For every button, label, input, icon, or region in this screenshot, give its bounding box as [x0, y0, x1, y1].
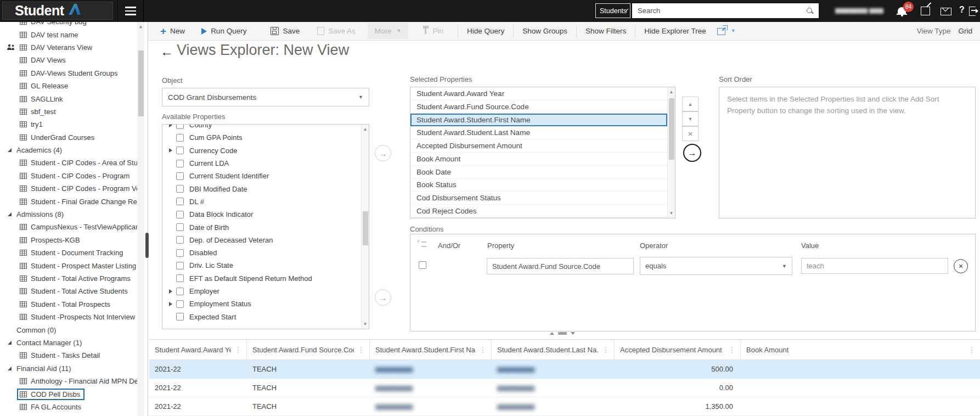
property-row[interactable]: Data Block Indicator	[162, 208, 361, 221]
property-row[interactable]: Employment Status	[162, 297, 361, 310]
selected-property-row[interactable]: Student Award.Award Year	[410, 87, 667, 100]
sidebar-item[interactable]: Anthology - Financial Aid MPN De	[0, 375, 137, 387]
sidebar-group-academics[interactable]: Academics (4)	[0, 144, 137, 156]
column-header[interactable]: Student Award.Student.First Na...⋮	[370, 340, 492, 359]
sidebar-scrollbar[interactable]: ▲	[137, 22, 144, 416]
checkbox[interactable]	[176, 211, 184, 218]
search-icon[interactable]	[807, 8, 812, 13]
sidebar-group-financial-aid[interactable]: Financial Aid (11)	[0, 362, 137, 375]
property-row[interactable]: Employer	[162, 285, 361, 297]
collapse-icon[interactable]	[8, 341, 12, 345]
selected-property-row[interactable]: Book Date	[410, 166, 667, 179]
checkbox[interactable]	[176, 236, 184, 244]
save-button[interactable]: Save	[271, 27, 300, 35]
condition-property-input[interactable]: Student Award.Fund Source.Code	[487, 258, 634, 274]
selected-property-row[interactable]: Student Award.Student.Last Name	[410, 126, 667, 139]
checkbox[interactable]	[176, 262, 184, 269]
property-row[interactable]: DBI Modified Date	[162, 182, 361, 195]
property-row[interactable]: Date of Birth	[162, 221, 361, 233]
show-groups-button[interactable]: Show Groups	[522, 27, 567, 35]
add-property-button[interactable]: →	[375, 145, 391, 161]
sidebar-item[interactable]: FA GL Accounts	[0, 401, 137, 413]
sidebar-item[interactable]: Student - Total Active Programs	[0, 272, 137, 285]
checkbox[interactable]	[176, 172, 184, 180]
show-filters-button[interactable]: Show Filters	[585, 27, 626, 35]
column-header[interactable]: Accepted Disbursement Amount⋮	[615, 340, 741, 359]
property-row[interactable]: Current Student Identifier	[162, 170, 361, 182]
scroll-up-icon[interactable]: ▲	[137, 25, 144, 29]
sidebar-group-contact-manager[interactable]: Contact Manager (1)	[0, 336, 137, 349]
scrollbar-thumb[interactable]	[669, 98, 674, 160]
property-row[interactable]: EFT as Default Stipend Return Method	[162, 272, 361, 285]
sidebar-item[interactable]: Student - Document Tracking	[0, 246, 137, 259]
sidebar-item[interactable]: Student - CIP Codes - Program	[0, 170, 137, 182]
sidebar-item[interactable]: Student - CIP Codes - Program Ve	[0, 182, 137, 195]
mail-icon[interactable]	[940, 8, 951, 15]
sidebar-item[interactable]: Prospects-KGB	[0, 234, 137, 246]
selected-property-row[interactable]: Accepted Disbursement Amount	[410, 139, 667, 153]
condition-operator-select[interactable]: equals ▼	[640, 257, 792, 275]
move-up-button[interactable]: ▲	[682, 97, 699, 111]
new-button[interactable]: + New	[160, 27, 185, 35]
property-row[interactable]: Current LDA	[162, 157, 361, 170]
checkbox[interactable]	[176, 185, 184, 193]
hide-query-button[interactable]: Hide Query	[467, 27, 504, 35]
list-scrollbar[interactable]: ▲ ▼	[361, 125, 369, 329]
sidebar-item[interactable]: DAV Views	[0, 54, 137, 66]
sidebar-item[interactable]: DAV-Views Student Groups	[0, 67, 137, 80]
column-header[interactable]: Student Award.Student.Last Na...⋮	[492, 340, 615, 359]
column-menu-icon[interactable]: ⋮	[728, 345, 736, 354]
checkbox[interactable]	[176, 198, 184, 205]
app-logo[interactable]: Student	[2, 2, 113, 20]
property-row[interactable]: Disabled	[162, 246, 361, 259]
checkbox[interactable]	[176, 223, 184, 231]
expand-icon[interactable]	[169, 302, 172, 306]
remove-condition-button[interactable]: ×	[954, 259, 968, 273]
scroll-down-icon[interactable]: ▼	[362, 322, 369, 327]
sidebar-item[interactable]: Student -Prospects Not Interview	[0, 311, 137, 323]
property-row[interactable]: County	[162, 124, 361, 131]
sidebar-item[interactable]: Student - Final Grade Change Rea	[0, 195, 137, 207]
help-icon[interactable]: ?	[959, 5, 965, 15]
sidebar-item[interactable]: try1	[0, 118, 137, 131]
splitter-handle[interactable]	[558, 332, 567, 335]
results-pane-splitter[interactable]	[550, 332, 575, 335]
collapse-icon[interactable]	[8, 148, 12, 152]
sidebar-group-common[interactable]: Common (0)	[0, 323, 137, 336]
checkbox[interactable]	[176, 300, 184, 308]
column-header[interactable]: Student Award.Award Year⋮	[149, 340, 247, 359]
scroll-up-icon[interactable]: ▲	[362, 127, 369, 132]
grid-row[interactable]: 2021-22 TEACH ▆▆▆▆▆▆▆▆▆ ▆▆▆▆▆▆▆▆▆ 1,350.…	[149, 397, 980, 416]
expand-icon[interactable]	[169, 148, 172, 153]
sort-order-panel[interactable]: Select items in the Selected Properties …	[719, 87, 976, 218]
collapse-icon[interactable]	[8, 212, 12, 216]
hide-explorer-tree-button[interactable]: Hide Explorer Tree	[644, 27, 706, 35]
sidebar-group-admissions[interactable]: Admissions (8)	[0, 208, 137, 221]
run-query-button[interactable]: Run Query	[201, 27, 246, 35]
scrollbar-thumb[interactable]	[138, 50, 144, 116]
add-sort-property-button[interactable]: →	[683, 144, 701, 162]
column-header[interactable]: Book Amount⋮	[741, 340, 980, 359]
add-condition-button[interactable]: →	[375, 289, 391, 306]
sidebar-splitter-handle[interactable]	[145, 233, 149, 258]
property-row[interactable]: Cum GPA Points	[162, 131, 361, 144]
property-row[interactable]: Currency Code	[162, 144, 361, 157]
logout-icon[interactable]	[969, 7, 976, 16]
checkbox[interactable]	[176, 147, 184, 154]
condition-checkbox[interactable]	[419, 261, 426, 269]
selected-property-row-active[interactable]: Student Award.Student.First Name	[410, 114, 667, 127]
sidebar-item-shared[interactable]: DAV Veterans View	[0, 41, 137, 54]
expand-icon[interactable]	[169, 289, 172, 294]
property-row[interactable]: Driv. Lic State	[162, 259, 361, 272]
grid-row[interactable]: 2021-22 TEACH ▆▆▆▆▆▆▆▆▆ ▆▆▆▆▆▆▆▆▆ 0.00	[149, 379, 980, 397]
back-button[interactable]: ←	[160, 44, 173, 59]
sidebar-item[interactable]: Student - CIP Codes - Area of Stud	[0, 156, 137, 169]
checkbox[interactable]	[176, 134, 184, 142]
collapse-down-icon[interactable]	[571, 332, 575, 335]
object-select[interactable]: COD Grant Disbursements ▼	[162, 88, 369, 106]
sidebar-item[interactable]: Student - Total Active Students	[0, 285, 137, 297]
checkbox[interactable]	[176, 274, 184, 282]
expand-icon[interactable]	[169, 124, 172, 127]
checkbox[interactable]	[176, 160, 184, 167]
sidebar-item-cod-pell-disbs[interactable]: COD Pell Disbs	[0, 387, 137, 400]
